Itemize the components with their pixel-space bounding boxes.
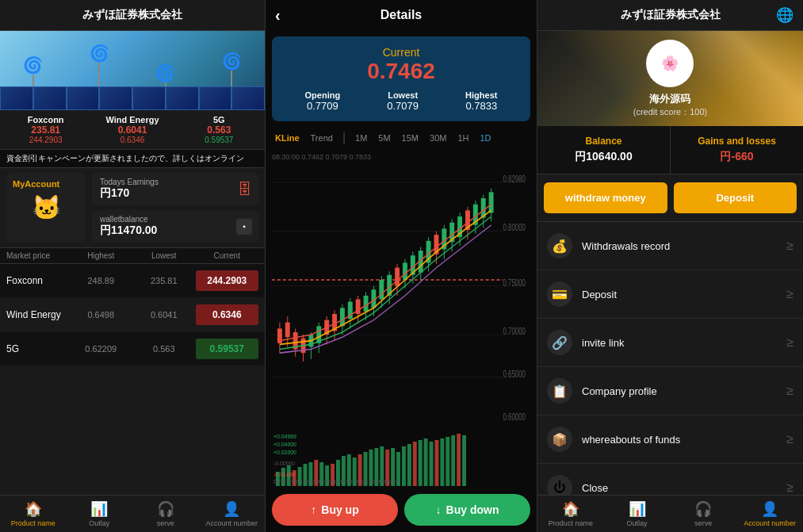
windmill-icon: 🌀 [23, 55, 43, 75]
balance-value: 円10640.00 [547, 150, 660, 164]
nav3-serve[interactable]: 🎧 serve [671, 500, 737, 527]
svg-text:-0.01489: -0.01489 [273, 472, 295, 477]
windmill-icon: 🌀 [90, 44, 109, 63]
svg-rect-45 [403, 262, 407, 280]
tf-15m[interactable]: 15M [399, 132, 422, 144]
wallet-balance-value: 円11470.00 [100, 224, 250, 238]
svg-rect-98 [440, 438, 444, 486]
svg-rect-93 [413, 442, 417, 486]
ticker-5g[interactable]: 5G 0.563 0.59537 [180, 115, 258, 144]
svg-text:0.60000: 0.60000 [503, 411, 526, 422]
panel1-title: みずほ証券株式会社 [0, 0, 265, 31]
svg-rect-92 [407, 444, 411, 486]
chart-area[interactable]: 0.82980 0.80000 0.75000 0.70000 0.65000 … [272, 164, 530, 432]
highest-stat: Highest 0.7833 [465, 90, 497, 112]
nav-label: Outlay [627, 519, 648, 527]
svg-rect-100 [451, 435, 455, 486]
menu-item-company[interactable]: 📋 Company profile ≥ [537, 367, 803, 415]
withdraw-button[interactable]: withdraw money [544, 182, 667, 213]
table-row[interactable]: 5G 0.62209 0.563 0.59537 [0, 332, 265, 366]
stock-highest: 0.6498 [70, 310, 133, 320]
windmill-icon: 🌀 [155, 63, 175, 82]
market-table: Market price Highest Lowest Current Foxc… [0, 248, 265, 495]
todays-earnings-card: Todays Earnings 円170 🗄 [92, 173, 258, 205]
menu-item-close[interactable]: ⏻ Close ≥ [537, 464, 803, 495]
tf-5m[interactable]: 5M [375, 132, 393, 144]
stock-lowest: 0.6041 [132, 310, 196, 320]
trend-button[interactable]: Trend [308, 132, 336, 144]
svg-text:0.65000: 0.65000 [503, 369, 526, 379]
nav3-account[interactable]: 👤 Account number [736, 500, 803, 527]
svg-rect-91 [402, 446, 406, 486]
database-icon: 🗄 [238, 181, 252, 197]
menu-item-deposit[interactable]: 💳 Deposit ≥ [537, 270, 803, 319]
chevron-right-icon: ≥ [786, 287, 793, 301]
withdrawals-icon: 💰 [547, 233, 572, 258]
ticker-bar: Foxconn 235.81 244.2903 Wind Energy 0.60… [0, 110, 265, 150]
stock-lowest: 0.563 [132, 344, 196, 354]
tf-1d[interactable]: 1D [476, 132, 494, 144]
svg-rect-96 [430, 442, 434, 486]
chart-time-label: 08:30:00 0.7462 0.7079 0.7833 [272, 153, 371, 161]
current-price: 0.7462 [281, 59, 521, 84]
profile-name: 海外源码 [649, 92, 690, 106]
globe-icon[interactable]: 🌐 [776, 6, 793, 24]
stock-name: Foxconn [6, 275, 70, 286]
action-row: withdraw money Deposit [537, 174, 803, 222]
nav-account[interactable]: 👤 Account number [199, 500, 266, 527]
buy-up-button[interactable]: ↑ Buy up [272, 494, 398, 526]
table-row[interactable]: Wind Energy 0.6498 0.6041 0.6346 [0, 298, 265, 332]
home-icon: 🏠 [25, 500, 42, 518]
menu-text-deposit: Deposit [582, 289, 777, 300]
power-icon: ⏻ [547, 475, 572, 495]
stock-name: 5G [6, 343, 70, 354]
nav-label: Account number [205, 519, 258, 527]
chart-icon: 📊 [90, 500, 108, 518]
nav-label: Account number [744, 519, 796, 527]
nav3-outlay[interactable]: 📊 Outlay [604, 500, 671, 527]
wallet-balance-label: walletbalance [100, 215, 250, 224]
stock-name: Wind Energy [6, 309, 70, 320]
tf-1h[interactable]: 1H [454, 132, 472, 144]
back-button[interactable]: ‹ [275, 6, 281, 25]
panel2-header: ‹ Details [266, 0, 537, 30]
nav-serve[interactable]: 🎧 serve [132, 500, 199, 527]
deposit-button[interactable]: Deposit [674, 182, 797, 213]
chevron-right-icon: ≥ [786, 335, 793, 350]
buy-down-icon: ↓ [436, 503, 442, 516]
panel2-footer: ↑ Buy up ↓ Buy down [266, 488, 537, 532]
menu-text-invite: invite link [582, 337, 777, 349]
kline-button[interactable]: KLine [272, 132, 303, 144]
price-stats: Opening 0.7709 Lowest 0.7079 Highest 0.7… [281, 90, 521, 112]
panel3-title-text: みずほ証券株式会社 [621, 8, 721, 22]
svg-rect-99 [445, 437, 449, 486]
menu-item-whereabouts[interactable]: 📦 whereabouts of funds ≥ [537, 415, 803, 464]
svg-rect-95 [424, 438, 428, 486]
nav-product-name[interactable]: 🏠 Product name [0, 500, 67, 527]
ticker-wind-energy[interactable]: Wind Energy 0.6041 0.6346 [93, 115, 171, 144]
nav-outlay[interactable]: 📊 Outlay [67, 500, 133, 527]
user-icon: 👤 [223, 500, 240, 518]
svg-text:0.82980: 0.82980 [503, 174, 526, 184]
menu-text-company: Company profile [582, 385, 777, 397]
whereabouts-icon: 📦 [547, 427, 572, 452]
volume-chart: +0.04969 +0.04000 +0.02000 -0.00000 -0.0… [272, 432, 530, 488]
svg-rect-67 [489, 192, 494, 212]
nav3-product-name[interactable]: 🏠 Product name [537, 500, 604, 527]
chevron-right-icon: ≥ [786, 239, 793, 253]
account-section: MyAccount 🐱 Todays Earnings 円170 🗄 walle… [0, 168, 265, 248]
buy-down-button[interactable]: ↓ Buy down [404, 494, 530, 526]
table-row[interactable]: Foxconn 248.89 235.81 244.2903 [0, 264, 265, 298]
chevron-right-icon: ≥ [786, 384, 793, 398]
tf-30m[interactable]: 30M [426, 132, 449, 144]
headset-icon: 🎧 [694, 500, 712, 518]
tf-1m[interactable]: 1M [352, 132, 370, 144]
menu-item-invite[interactable]: 🔗 invite link ≥ [537, 319, 803, 367]
menu-item-withdrawals[interactable]: 💰 Withdrawals record ≥ [537, 222, 803, 270]
panel2-title: Details [380, 8, 422, 22]
todays-earnings-label: Todays Earnings [100, 178, 250, 186]
ticker-foxconn[interactable]: Foxconn 235.81 244.2903 [6, 115, 85, 144]
svg-text:-0.00000: -0.00000 [273, 461, 295, 466]
nav-label: Product name [549, 519, 593, 527]
profile-banner: 🌸 海外源码 (credit score：100) [537, 31, 803, 126]
